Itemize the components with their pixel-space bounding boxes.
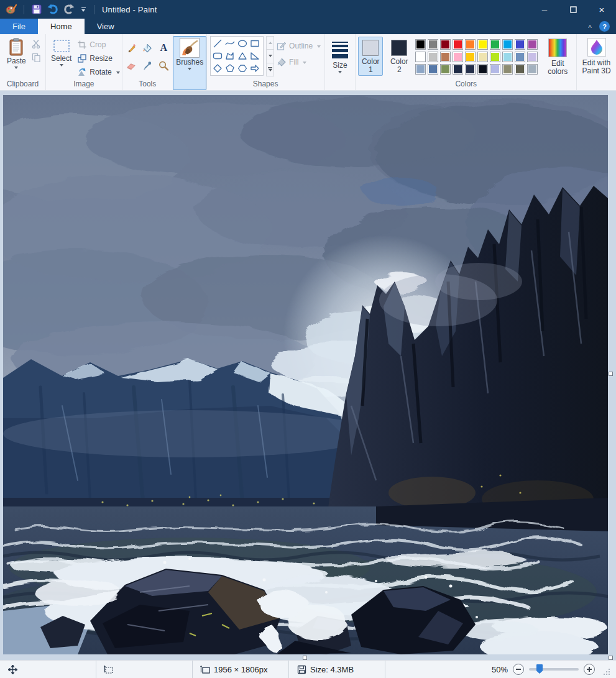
zoom-in-button[interactable] (584, 664, 595, 675)
image-group-label: Image (46, 80, 122, 88)
canvas[interactable] (3, 95, 608, 654)
palette-swatch[interactable] (527, 39, 538, 50)
palette-swatch[interactable] (502, 52, 513, 62)
palette-swatch[interactable] (490, 64, 500, 75)
canvas-resize-handle-right[interactable] (609, 372, 613, 376)
size-button[interactable]: Size (329, 36, 351, 90)
crop-icon (77, 40, 87, 50)
color1-swatch (362, 40, 379, 56)
palette-swatch[interactable] (477, 64, 488, 75)
shapes-more-button[interactable] (266, 63, 274, 76)
redo-icon[interactable] (63, 2, 75, 16)
palette-swatch[interactable] (453, 64, 463, 75)
customize-qat-icon[interactable] (79, 7, 88, 12)
edit-with-paint3d-button[interactable]: Edit with Paint 3D (578, 36, 615, 90)
palette-swatch[interactable] (515, 39, 525, 50)
tab-view[interactable]: View (85, 19, 127, 34)
text-tool-icon[interactable]: A (160, 42, 167, 53)
palette-swatch[interactable] (453, 52, 463, 62)
tab-home[interactable]: Home (38, 19, 85, 34)
cursor-position-icon (7, 664, 17, 674)
magnifier-icon[interactable] (159, 60, 168, 70)
undo-icon[interactable] (47, 2, 59, 16)
palette-swatch[interactable] (440, 64, 451, 75)
tab-file[interactable]: File (0, 19, 38, 34)
minimize-button[interactable]: – (530, 0, 559, 19)
shape-polygon[interactable] (224, 50, 236, 62)
shape-diamond[interactable] (211, 62, 224, 75)
shape-triangle[interactable] (236, 50, 249, 62)
color-picker-icon[interactable] (142, 60, 152, 70)
window-resize-grip[interactable] (602, 667, 611, 676)
close-button[interactable]: × (587, 0, 616, 19)
palette-swatch[interactable] (490, 39, 500, 50)
palette-swatch[interactable] (465, 52, 476, 62)
ribbon: Paste (0, 34, 616, 90)
palette-swatch[interactable] (527, 64, 538, 75)
resize-button[interactable]: Resize (77, 52, 119, 65)
shape-curve[interactable] (224, 37, 236, 50)
shape-right-arrow[interactable] (249, 62, 261, 75)
palette-swatch[interactable] (490, 52, 500, 62)
palette-swatch[interactable] (428, 39, 438, 50)
palette-swatch[interactable] (440, 39, 451, 50)
canvas-resize-handle-bottom[interactable] (303, 656, 307, 660)
palette-swatch[interactable] (465, 64, 476, 75)
palette-swatch[interactable] (415, 52, 426, 62)
paint-window: Untitled - Paint – × File Home View ^ ? (0, 0, 616, 678)
eraser-icon[interactable] (126, 60, 136, 70)
outline-label: Outline (289, 42, 313, 50)
palette-swatch[interactable] (415, 64, 426, 75)
zoom-slider[interactable] (529, 668, 579, 671)
collapse-ribbon-icon[interactable]: ^ (588, 24, 592, 32)
zoom-out-button[interactable] (513, 664, 524, 675)
title-bar: Untitled - Paint – × (0, 0, 616, 19)
fill-with-color-icon[interactable] (142, 43, 152, 53)
shape-rounded-rectangle[interactable] (211, 50, 224, 62)
palette-swatch[interactable] (428, 64, 438, 75)
pencil-icon[interactable] (126, 43, 136, 53)
quick-access-toolbar (5, 2, 97, 16)
edit-colors-button[interactable]: Edit colors (541, 37, 574, 76)
color1-button[interactable]: Color 1 (358, 37, 383, 76)
shapes-scroll-down[interactable] (266, 49, 274, 63)
fill-button[interactable]: Fill (277, 56, 321, 68)
brushes-button[interactable]: Brushes (173, 36, 206, 90)
palette-swatch[interactable] (527, 52, 538, 62)
palette-swatch[interactable] (465, 39, 476, 50)
shape-pentagon[interactable] (224, 62, 236, 75)
rotate-button[interactable]: Rotate (77, 66, 119, 78)
image-dimensions: 1956 × 1806px (214, 665, 267, 674)
size-label: Size (333, 61, 347, 70)
zoom-slider-thumb[interactable] (536, 664, 543, 674)
palette-swatch[interactable] (453, 39, 463, 50)
shapes-scroll-up[interactable] (266, 36, 274, 50)
copy-icon[interactable] (32, 52, 42, 62)
clipboard-group-label: Clipboard (0, 80, 45, 88)
palette-swatch[interactable] (502, 39, 513, 50)
shape-line[interactable] (211, 37, 224, 50)
shape-rectangle[interactable] (249, 37, 261, 50)
palette-swatch[interactable] (515, 52, 525, 62)
group-shapes: Outline Fill Shap (207, 34, 325, 90)
palette-swatch[interactable] (502, 64, 513, 75)
rotate-icon (77, 67, 87, 77)
palette-swatch[interactable] (415, 39, 426, 50)
color2-button[interactable]: Color 2 (387, 37, 411, 76)
save-icon[interactable] (30, 2, 43, 16)
ribbon-tabs: File Home View ^ ? (0, 19, 616, 34)
crop-button[interactable]: Crop (77, 39, 119, 51)
outline-button[interactable]: Outline (277, 40, 321, 52)
maximize-button[interactable] (559, 0, 587, 19)
help-icon[interactable]: ? (599, 21, 610, 32)
palette-swatch[interactable] (515, 64, 525, 75)
palette-swatch[interactable] (477, 39, 488, 50)
palette-swatch[interactable] (428, 52, 438, 62)
shape-right-triangle[interactable] (249, 50, 261, 62)
palette-swatch[interactable] (477, 52, 488, 62)
canvas-resize-handle-corner[interactable] (609, 656, 613, 660)
palette-swatch[interactable] (440, 52, 451, 62)
shape-oval[interactable] (236, 37, 249, 50)
shape-hexagon[interactable] (236, 62, 249, 75)
cut-icon[interactable] (32, 39, 42, 48)
